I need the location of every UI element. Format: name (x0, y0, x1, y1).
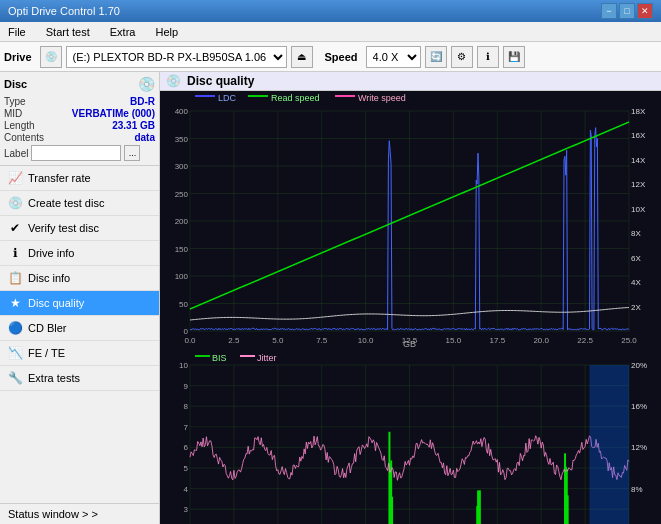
close-button[interactable]: ✕ (637, 3, 653, 19)
speed-label: Speed (325, 51, 358, 63)
label-key: Label (4, 148, 28, 159)
mid-key: MID (4, 108, 22, 119)
mid-value: VERBATIMe (000) (72, 108, 155, 119)
type-key: Type (4, 96, 26, 107)
transfer-rate-icon: 📈 (8, 171, 22, 185)
nav-create-test-disc[interactable]: 💿 Create test disc (0, 191, 159, 216)
nav-cd-bler-label: CD Bler (28, 322, 67, 334)
disc-quality-header: 💿 Disc quality (160, 72, 661, 91)
contents-key: Contents (4, 132, 44, 143)
disc-info-icon: 📋 (8, 271, 22, 285)
content-area: 💿 Disc quality LDC BIS Avg 2.10 0.04 (160, 72, 661, 524)
status-window-label: Status window > > (8, 508, 98, 520)
disc-quality-icon: ★ (8, 296, 22, 310)
status-window-item[interactable]: Status window > > (0, 503, 159, 524)
refresh-button[interactable]: 🔄 (425, 46, 447, 68)
nav-disc-info-label: Disc info (28, 272, 70, 284)
save-button[interactable]: 💾 (503, 46, 525, 68)
info-button[interactable]: ℹ (477, 46, 499, 68)
disc-quality-header-title: Disc quality (187, 74, 254, 88)
disc-quality-header-icon: 💿 (166, 74, 181, 88)
title-bar-buttons: − □ ✕ (601, 3, 653, 19)
label-browse-btn[interactable]: ... (124, 145, 140, 161)
disc-title: Disc (4, 78, 27, 90)
title-bar-text: Opti Drive Control 1.70 (8, 5, 120, 17)
main-layout: Disc 💿 Type BD-R MID VERBATIMe (000) Len… (0, 72, 661, 524)
nav-items: 📈 Transfer rate 💿 Create test disc ✔ Ver… (0, 166, 159, 503)
nav-drive-info[interactable]: ℹ Drive info (0, 241, 159, 266)
nav-extra-tests-label: Extra tests (28, 372, 80, 384)
settings-button[interactable]: ⚙ (451, 46, 473, 68)
speed-select[interactable]: 4.0 X (366, 46, 421, 68)
nav-cd-bler[interactable]: 🔵 CD Bler (0, 316, 159, 341)
nav-verify-test-disc-label: Verify test disc (28, 222, 99, 234)
type-value: BD-R (130, 96, 155, 107)
drive-icon-btn[interactable]: 💿 (40, 46, 62, 68)
length-value: 23.31 GB (112, 120, 155, 131)
nav-disc-quality[interactable]: ★ Disc quality (0, 291, 159, 316)
nav-extra-tests[interactable]: 🔧 Extra tests (0, 366, 159, 391)
toolbar: Drive 💿 (E:) PLEXTOR BD-R PX-LB950SA 1.0… (0, 42, 661, 72)
sidebar: Disc 💿 Type BD-R MID VERBATIMe (000) Len… (0, 72, 160, 524)
minimize-button[interactable]: − (601, 3, 617, 19)
nav-create-test-disc-label: Create test disc (28, 197, 104, 209)
menu-start-test[interactable]: Start test (42, 24, 94, 40)
nav-drive-info-label: Drive info (28, 247, 74, 259)
nav-disc-quality-label: Disc quality (28, 297, 84, 309)
drive-select[interactable]: (E:) PLEXTOR BD-R PX-LB950SA 1.06 (66, 46, 287, 68)
menu-file[interactable]: File (4, 24, 30, 40)
top-chart (160, 91, 661, 351)
fe-te-icon: 📉 (8, 346, 22, 360)
nav-fe-te-label: FE / TE (28, 347, 65, 359)
cd-bler-icon: 🔵 (8, 321, 22, 335)
extra-tests-icon: 🔧 (8, 371, 22, 385)
create-test-disc-icon: 💿 (8, 196, 22, 210)
verify-test-disc-icon: ✔ (8, 221, 22, 235)
title-bar: Opti Drive Control 1.70 − □ ✕ (0, 0, 661, 22)
nav-fe-te[interactable]: 📉 FE / TE (0, 341, 159, 366)
menu-extra[interactable]: Extra (106, 24, 140, 40)
charts-area (160, 91, 661, 524)
disc-panel: Disc 💿 Type BD-R MID VERBATIMe (000) Len… (0, 72, 159, 166)
nav-transfer-rate-label: Transfer rate (28, 172, 91, 184)
disc-icon: 💿 (138, 76, 155, 92)
bottom-chart (160, 351, 661, 524)
eject-button[interactable]: ⏏ (291, 46, 313, 68)
menu-help[interactable]: Help (151, 24, 182, 40)
menu-bar: File Start test Extra Help (0, 22, 661, 42)
nav-disc-info[interactable]: 📋 Disc info (0, 266, 159, 291)
label-input[interactable] (31, 145, 121, 161)
nav-transfer-rate[interactable]: 📈 Transfer rate (0, 166, 159, 191)
nav-verify-test-disc[interactable]: ✔ Verify test disc (0, 216, 159, 241)
maximize-button[interactable]: □ (619, 3, 635, 19)
contents-value: data (134, 132, 155, 143)
drive-info-icon: ℹ (8, 246, 22, 260)
length-key: Length (4, 120, 35, 131)
drive-label: Drive (4, 51, 32, 63)
